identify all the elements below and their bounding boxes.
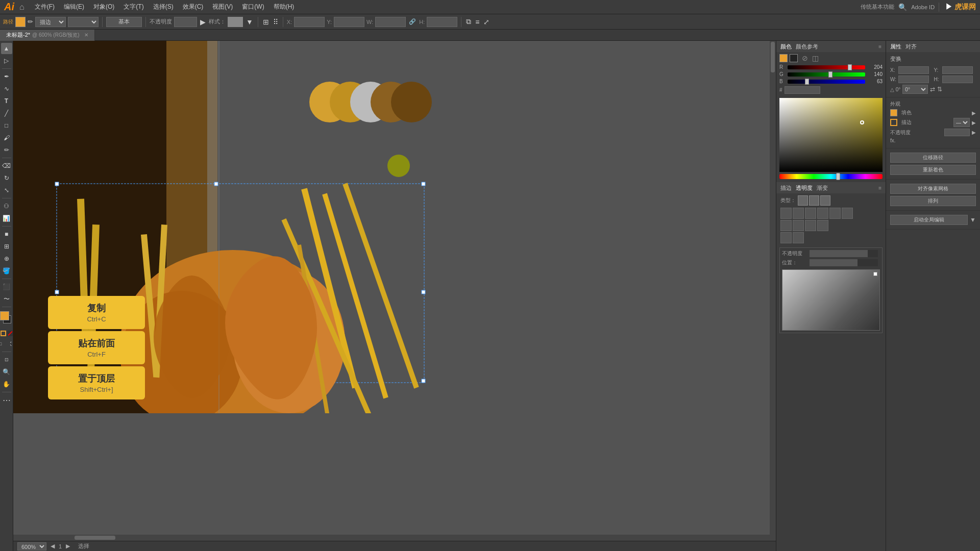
mesh-tool[interactable]: ⊞ — [1, 241, 12, 252]
blend-tool[interactable]: ⚇ — [1, 201, 12, 212]
fg-swatch[interactable] — [0, 311, 9, 320]
y-coord-input[interactable]: 333.826 — [334, 17, 364, 27]
hand-tool[interactable]: ✋ — [1, 379, 12, 390]
stroke-tab[interactable]: 描边 — [780, 184, 792, 192]
opacity-input[interactable]: 100% — [174, 17, 197, 27]
paintbrush-tool[interactable]: 🖌 — [1, 132, 12, 143]
zoom-tool[interactable]: 🔍 — [1, 366, 12, 378]
select-tool[interactable]: ▲ — [1, 43, 12, 54]
arrange-icon[interactable]: ⤢ — [482, 17, 491, 27]
none-color-icon[interactable]: ⊘ — [802, 54, 808, 62]
rect-tool[interactable]: □ — [1, 120, 12, 131]
perspective-tool[interactable]: ⬛ — [1, 281, 12, 292]
brush-type-select[interactable]: 描边 — [35, 17, 66, 27]
color-ref-tab[interactable]: 颜色参考 — [796, 43, 818, 51]
blend-icon-1[interactable] — [798, 195, 808, 206]
active-tab[interactable]: 未标题-2* @ 600% (RGB/预览) ✕ — [0, 30, 95, 41]
h-coord-input[interactable]: 51.031 p — [427, 17, 457, 27]
h-scroll-thumb[interactable] — [75, 536, 115, 540]
menu-edit[interactable]: 编辑(E) — [60, 2, 88, 12]
more-tools[interactable]: ⋯ — [1, 394, 12, 406]
x-coord-input[interactable]: 285.239 — [294, 17, 325, 27]
opacity-prop-input[interactable]: 100% — [944, 129, 970, 136]
w-coord-input[interactable]: 153.175 — [375, 17, 406, 27]
h-transform-input[interactable]: 51.031 p — [942, 76, 973, 83]
prev-page-btn[interactable]: ◀ — [51, 543, 55, 549]
transparency-tab[interactable]: 透明度 — [796, 184, 813, 192]
color-swatches[interactable] — [0, 311, 13, 327]
stroke-shape-select[interactable] — [68, 17, 99, 27]
pencil-tool[interactable]: ✏ — [1, 144, 12, 156]
gradient-tool[interactable]: ■ — [1, 229, 12, 240]
v-scrollbar[interactable] — [770, 41, 776, 541]
flip-h-icon[interactable]: ⇄ — [930, 86, 935, 93]
gradient-icon[interactable]: ◫ — [812, 54, 819, 62]
zoom-select[interactable]: 600% — [17, 542, 46, 550]
position-bar[interactable] — [810, 259, 878, 266]
arrange-btn[interactable]: 排列 — [890, 196, 976, 206]
g-slider[interactable] — [788, 72, 865, 77]
blend-icon-3[interactable] — [820, 195, 830, 206]
copy-menu-item[interactable]: 复制 Ctrl+C — [48, 296, 145, 329]
warp-tool[interactable]: 〜 — [1, 293, 12, 305]
r-thumb[interactable] — [848, 64, 852, 70]
fill-color-swatch[interactable] — [15, 17, 26, 27]
stroke-width-input[interactable] — [106, 17, 142, 27]
style-expand[interactable]: ▼ — [245, 17, 254, 27]
align-right-btn[interactable] — [805, 208, 816, 219]
w-transform-input[interactable]: 333.826 — [898, 76, 929, 83]
direct-select-tool[interactable]: ▷ — [1, 55, 12, 66]
hex-input[interactable]: CCBC3F — [785, 86, 820, 94]
bring-top-menu-item[interactable]: 置于顶层 Shift+Ctrl+] — [48, 366, 145, 399]
align-tab[interactable]: 对齐 — [905, 43, 917, 51]
user-icon[interactable]: Adobe ID — [911, 4, 935, 10]
g-thumb[interactable] — [828, 71, 832, 78]
menu-object[interactable]: 对象(O) — [89, 2, 118, 12]
align-bottom-btn[interactable] — [842, 208, 853, 219]
home-icon[interactable]: ⌂ — [19, 3, 24, 12]
color-tab[interactable]: 颜色 — [780, 43, 792, 51]
align-top-btn[interactable] — [817, 208, 828, 219]
color-gradient-area[interactable] — [779, 98, 883, 179]
gradient-tab[interactable]: 渐变 — [817, 184, 828, 192]
color-cursor[interactable] — [860, 120, 864, 124]
y-transform-input[interactable]: 153.175 — [942, 66, 973, 74]
v-scroll-thumb[interactable] — [771, 42, 775, 72]
align-left-btn[interactable] — [780, 208, 792, 219]
extra-btn-1[interactable] — [780, 232, 792, 243]
fill-swatch[interactable] — [890, 109, 897, 116]
r-slider[interactable] — [788, 65, 865, 69]
hue-slider[interactable] — [779, 174, 883, 179]
h-scrollbar[interactable] — [13, 535, 770, 541]
scale-tool[interactable]: ⤡ — [1, 185, 12, 196]
menu-effect[interactable]: 效果(C) — [179, 2, 208, 12]
eraser-tool[interactable]: ⌫ — [1, 160, 12, 171]
angle-select[interactable]: 0° — [902, 85, 928, 94]
color-gradient-box[interactable] — [779, 98, 883, 172]
opacity-preview-bar[interactable] — [810, 250, 878, 257]
dist-h-btn[interactable] — [780, 220, 792, 231]
color-panel-menu[interactable]: ≡ — [878, 44, 881, 49]
stroke-select[interactable]: — — [953, 118, 970, 127]
dist-4-btn[interactable] — [817, 220, 828, 231]
global-edit-btn[interactable]: 启动全局编辑 — [890, 215, 968, 225]
tab-close-btn[interactable]: ✕ — [84, 32, 88, 38]
b-slider[interactable] — [788, 80, 865, 84]
align-middle-btn[interactable] — [829, 208, 841, 219]
normal-mode[interactable]: □ — [0, 338, 6, 349]
stroke-swatch[interactable] — [890, 119, 897, 126]
align-center-btn[interactable] — [793, 208, 804, 219]
transform-icon[interactable]: ⧉ — [465, 16, 472, 27]
color-preview-bg[interactable] — [790, 54, 798, 62]
align-pixel-btn[interactable]: 对齐像素网格 — [890, 184, 976, 194]
live-paint-tool[interactable]: 🪣 — [1, 265, 12, 277]
curvature-tool[interactable]: ∿ — [1, 83, 12, 94]
color-preview-fg[interactable] — [779, 54, 788, 62]
shape-builder-tool[interactable]: ⊕ — [1, 253, 12, 264]
global-edit-expand[interactable]: ▼ — [970, 216, 976, 223]
extra-btn-2[interactable] — [793, 232, 804, 243]
x-transform-input[interactable]: 285.239 — [898, 66, 929, 74]
blend-icon-2[interactable] — [809, 195, 819, 206]
style-swatch[interactable] — [228, 17, 243, 27]
column-graph-tool[interactable]: 📊 — [1, 213, 12, 224]
